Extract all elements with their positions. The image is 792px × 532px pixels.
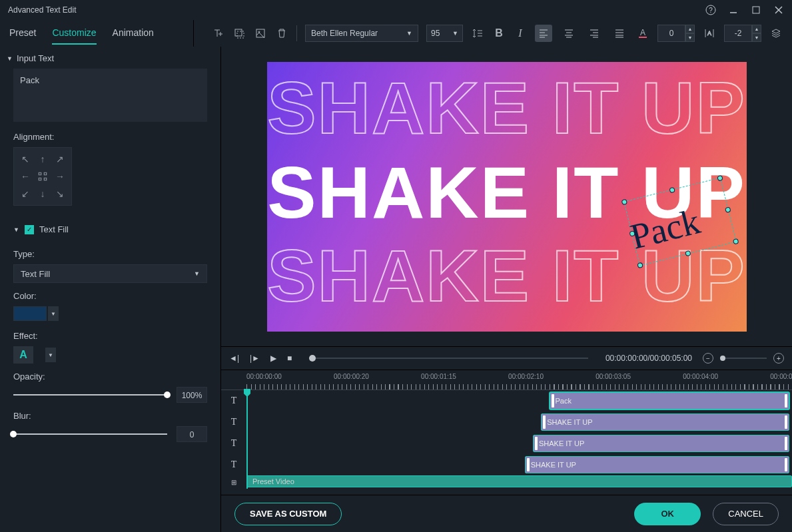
font-size-select[interactable]: 95▼ — [426, 25, 463, 42]
align-bc[interactable]: ↓ — [35, 186, 50, 201]
play-icon[interactable]: ▶ — [270, 354, 276, 363]
char-spacing-icon[interactable]: A — [703, 27, 716, 40]
svg-rect-8 — [256, 29, 264, 37]
clip[interactable]: SHAKE IT UP — [525, 456, 789, 473]
spacing-input[interactable] — [657, 25, 685, 42]
maximize-icon[interactable] — [751, 5, 761, 15]
titlebar: Advanced Text Edit ? — [0, 0, 792, 20]
align-tc[interactable]: ↑ — [35, 152, 50, 166]
zoom-out-icon[interactable]: − — [703, 353, 713, 364]
timecode: 00:00:00:00/00:00:05:00 — [605, 354, 692, 363]
sidebar: ▼ Input Text Alignment: ↖ ↑ ↗ ← → ↙ ↓ ↘ … — [0, 47, 221, 532]
zoom-in-icon[interactable]: + — [773, 353, 784, 364]
opacity-value[interactable]: 100% — [177, 387, 207, 403]
ruler-tick: 00:00:04: — [770, 373, 792, 380]
chevron-down-icon: ▼ — [13, 226, 19, 233]
font-size-value: 95 — [431, 29, 440, 38]
window-title: Advanced Text Edit — [8, 5, 705, 15]
chevron-down-icon: ▼ — [406, 30, 412, 37]
add-text-icon[interactable] — [211, 27, 224, 40]
canvas-area: SHAKE IT UP SHAKE IT UP SHAKE IT UP Pack — [221, 47, 792, 346]
spinner[interactable]: ▲▼ — [685, 25, 695, 42]
svg-rect-7 — [237, 31, 244, 38]
align-mr[interactable]: → — [53, 169, 67, 184]
ruler-tick: 00:00:04:00 — [683, 373, 718, 380]
effect-swatch[interactable]: A — [13, 346, 33, 364]
effect-dropdown[interactable]: ▼ — [45, 348, 56, 362]
align-tr[interactable]: ↗ — [53, 152, 67, 166]
align-ml[interactable]: ← — [18, 169, 33, 184]
svg-text:A: A — [707, 30, 711, 37]
playback-bar: ◄| |► ▶ ■ 00:00:00:00/00:00:05:00 − + — [221, 346, 792, 370]
close-icon[interactable] — [773, 5, 784, 15]
text-track: T SHAKE IT UP — [221, 433, 792, 454]
ruler-tick: 00:00:00:00 — [246, 373, 282, 380]
track-type-icon: T — [221, 390, 246, 411]
divider — [193, 20, 194, 47]
type-label: Type: — [13, 249, 207, 259]
align-bl[interactable]: ↙ — [18, 186, 33, 201]
italic-icon[interactable]: I — [514, 27, 527, 40]
color-swatch[interactable] — [13, 306, 47, 321]
track-type-icon: T — [221, 411, 246, 433]
chevron-down-icon: ▼ — [452, 30, 458, 37]
preview-line1: SHAKE IT UP — [267, 81, 747, 136]
input-text-header[interactable]: ▼ Input Text — [0, 47, 220, 69]
minimize-icon[interactable] — [728, 5, 739, 15]
preview: SHAKE IT UP SHAKE IT UP SHAKE IT UP Pack — [267, 62, 747, 332]
ok-button[interactable]: OK — [634, 503, 701, 525]
align-left-icon[interactable] — [535, 25, 552, 42]
type-value: Text Fill — [21, 269, 50, 279]
save-custom-button[interactable]: SAVE AS CUSTOM — [234, 503, 342, 525]
cancel-button[interactable]: CANCEL — [713, 503, 779, 525]
spacing2-input[interactable] — [724, 25, 752, 42]
trash-icon[interactable] — [275, 27, 288, 40]
blur-slider[interactable] — [13, 433, 167, 435]
align-br[interactable]: ↘ — [53, 186, 67, 201]
ruler-tick: 00:00:02:10 — [508, 373, 544, 380]
align-center-icon[interactable] — [560, 25, 578, 42]
help-icon[interactable]: ? — [705, 5, 716, 15]
clip[interactable]: SHAKE IT UP — [541, 413, 789, 431]
text-color-icon[interactable]: A — [636, 27, 649, 40]
timeline: 00:00:00:00 00:00:00:20 00:00:01:15 00:0… — [221, 370, 792, 495]
spinner[interactable]: ▲▼ — [752, 25, 761, 42]
align-right-icon[interactable] — [586, 25, 603, 42]
align-justify-icon[interactable] — [611, 25, 628, 42]
zoom-slider[interactable] — [720, 358, 767, 359]
color-dropdown[interactable]: ▼ — [48, 306, 59, 321]
playhead[interactable] — [246, 390, 248, 489]
tab-preset[interactable]: Preset — [9, 22, 36, 45]
align-mc[interactable] — [35, 169, 50, 184]
text-fill-checkbox[interactable]: ✓ — [25, 225, 34, 234]
section-title: Text Fill — [39, 224, 69, 234]
text-fill-header[interactable]: ▼ ✓ Text Fill — [0, 215, 220, 241]
tab-customize[interactable]: Customize — [52, 22, 96, 45]
track-type-icon: T — [221, 454, 246, 475]
ruler[interactable]: 00:00:00:00 00:00:00:20 00:00:01:15 00:0… — [221, 370, 792, 390]
text-track: T Pack — [221, 390, 792, 411]
ruler-tick: 00:00:00:20 — [334, 373, 369, 380]
line-height-icon[interactable] — [471, 27, 484, 40]
input-text-field[interactable] — [13, 69, 207, 122]
scrubber[interactable] — [309, 358, 588, 359]
canvas[interactable]: SHAKE IT UP SHAKE IT UP SHAKE IT UP Pack — [267, 62, 747, 332]
blur-value[interactable]: 0 — [177, 426, 207, 442]
font-select[interactable]: Beth Ellen Regular▼ — [305, 25, 418, 42]
video-clip[interactable]: Preset Video — [246, 475, 792, 487]
layers-icon[interactable] — [769, 27, 783, 40]
align-tl[interactable]: ↖ — [18, 152, 33, 166]
blur-label: Blur: — [13, 411, 207, 421]
next-frame-icon[interactable]: |► — [250, 354, 260, 363]
text-track: T SHAKE IT UP — [221, 411, 792, 433]
prev-frame-icon[interactable]: ◄| — [229, 354, 239, 363]
image-icon[interactable] — [254, 27, 267, 40]
clip[interactable]: Pack — [550, 392, 789, 409]
opacity-slider[interactable] — [13, 394, 167, 396]
type-select[interactable]: Text Fill ▼ — [13, 264, 207, 283]
clip[interactable]: SHAKE IT UP — [533, 435, 789, 452]
bold-icon[interactable]: B — [492, 27, 506, 40]
crop-icon[interactable] — [232, 27, 246, 40]
tab-animation[interactable]: Animation — [113, 22, 154, 45]
stop-icon[interactable]: ■ — [287, 354, 292, 363]
